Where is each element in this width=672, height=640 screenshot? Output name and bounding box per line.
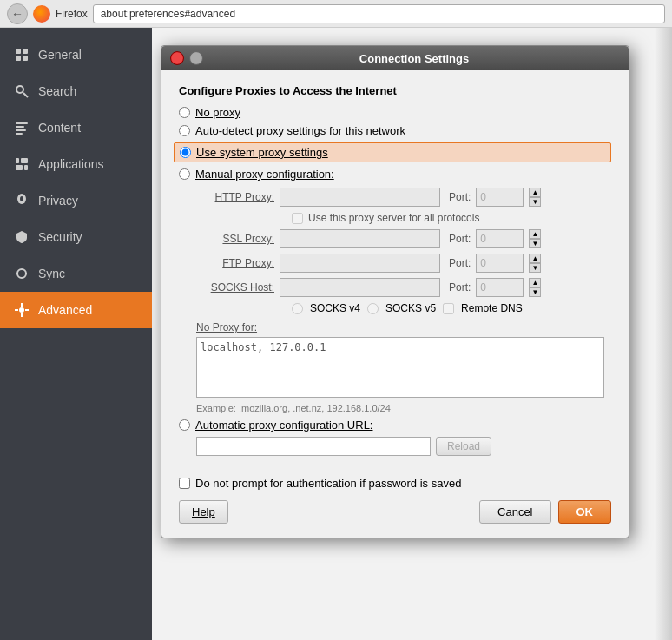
use-same-label[interactable]: Use this proxy server for all protocols — [308, 212, 479, 224]
sidebar-item-label: Search — [38, 84, 76, 98]
svg-rect-2 — [16, 56, 21, 61]
use-same-checkbox[interactable] — [292, 213, 303, 224]
socks-port-label: Port: — [449, 281, 471, 294]
spinner-up[interactable]: ▲ — [529, 188, 541, 197]
proxy-fields: HTTP Proxy: Port: ▲ ▼ Use — [196, 188, 611, 314]
ftp-proxy-row: FTP Proxy: Port: ▲ ▼ — [196, 254, 611, 273]
ftp-port-input[interactable] — [476, 254, 524, 273]
sidebar-item-label: Content — [38, 121, 81, 135]
dialog-close-button[interactable] — [170, 51, 184, 65]
svg-rect-8 — [16, 129, 26, 131]
manual-proxy-radio[interactable] — [179, 168, 190, 180]
address-bar[interactable]: about:preferences#advanced — [93, 4, 665, 23]
grid-icon — [14, 47, 30, 63]
sidebar-item-security[interactable]: Security — [0, 219, 152, 255]
sidebar-item-content[interactable]: Content — [0, 109, 152, 146]
dialog-buttons: Help Cancel OK — [179, 500, 611, 524]
remote-dns-label[interactable]: Remote DNS — [461, 302, 523, 314]
reload-button[interactable]: Reload — [436, 437, 491, 456]
do-not-prompt-row: Do not prompt for authentication if pass… — [179, 477, 611, 490]
svg-rect-10 — [16, 158, 19, 163]
manual-proxy-row: Manual proxy configuration: — [179, 168, 611, 181]
use-system-row: Use system proxy settings — [174, 142, 611, 162]
sidebar-item-applications[interactable]: Applications — [0, 146, 152, 182]
svg-rect-18 — [21, 313, 23, 317]
no-proxy-section: No Proxy for: localhost, 127.0.0.1 Examp… — [196, 321, 611, 413]
ssl-port-spinner[interactable]: ▲ ▼ — [529, 229, 541, 248]
ssl-proxy-row: SSL Proxy: Port: ▲ ▼ — [196, 229, 611, 248]
socks-v5-radio[interactable] — [367, 303, 379, 314]
dialog-section-title: Configure Proxies to Access the Internet — [179, 84, 611, 97]
sidebar-item-label: Sync — [38, 267, 65, 280]
do-not-prompt-label[interactable]: Do not prompt for authentication if pass… — [195, 477, 461, 490]
svg-rect-19 — [15, 309, 18, 311]
socks-options-row: SOCKS v4 SOCKS v5 Remote DNS — [292, 302, 611, 314]
spinner-up[interactable]: ▲ — [529, 229, 541, 239]
do-not-prompt-checkbox[interactable] — [179, 478, 190, 489]
sidebar-item-search[interactable]: Search — [0, 73, 152, 109]
http-proxy-input[interactable] — [280, 188, 440, 207]
auto-detect-radio[interactable] — [179, 125, 190, 136]
socks-v4-radio[interactable] — [292, 303, 303, 314]
svg-rect-6 — [16, 122, 28, 124]
search-icon — [14, 83, 30, 99]
sidebar-item-general[interactable]: General — [0, 36, 152, 73]
spinner-down[interactable]: ▼ — [529, 287, 541, 297]
spinner-down[interactable]: ▼ — [529, 239, 541, 248]
sidebar-item-advanced[interactable]: Advanced — [0, 292, 152, 328]
no-proxy-radio[interactable] — [179, 107, 190, 118]
ssl-port-input[interactable] — [476, 229, 524, 248]
dialog-title: Connection Settings — [208, 52, 620, 65]
svg-rect-1 — [23, 49, 28, 54]
cancel-button[interactable]: Cancel — [479, 500, 550, 524]
socks-host-label: SOCKS Host: — [196, 281, 274, 294]
sidebar-item-privacy[interactable]: Privacy — [0, 182, 152, 219]
ok-button[interactable]: OK — [558, 500, 612, 524]
socks-v4-label[interactable]: SOCKS v4 — [310, 302, 360, 314]
dialog-footer: Do not prompt for authentication if pass… — [161, 470, 629, 538]
use-system-label[interactable]: Use system proxy settings — [196, 146, 328, 159]
auto-proxy-input[interactable] — [196, 437, 431, 456]
spinner-down[interactable]: ▼ — [529, 263, 541, 273]
sidebar-item-label: Privacy — [38, 194, 78, 208]
no-proxy-textarea[interactable]: localhost, 127.0.0.1 — [196, 337, 604, 398]
help-button[interactable]: Help — [179, 500, 228, 524]
ftp-port-label: Port: — [449, 257, 471, 269]
ssl-proxy-input[interactable] — [280, 229, 440, 248]
sync-icon — [14, 266, 30, 281]
spinner-up[interactable]: ▲ — [529, 254, 541, 263]
apps-icon — [14, 156, 30, 172]
auto-detect-label[interactable]: Auto-detect proxy settings for this netw… — [195, 124, 405, 137]
svg-point-4 — [16, 86, 23, 93]
browser-chrome: ← Firefox about:preferences#advanced — [0, 0, 672, 28]
http-port-label: Port: — [449, 191, 471, 203]
browser-label: Firefox — [56, 8, 88, 20]
spinner-down[interactable]: ▼ — [529, 197, 541, 207]
sidebar-item-label: Applications — [38, 157, 104, 171]
use-system-radio[interactable] — [180, 147, 191, 158]
svg-rect-9 — [16, 133, 23, 135]
http-port-spinner[interactable]: ▲ ▼ — [529, 188, 541, 207]
back-button[interactable]: ← — [7, 3, 28, 24]
ftp-port-spinner[interactable]: ▲ ▼ — [529, 254, 541, 273]
sidebar-item-sync[interactable]: Sync — [0, 255, 152, 292]
remote-dns-checkbox[interactable] — [443, 303, 454, 314]
svg-rect-3 — [23, 56, 28, 61]
http-port-input[interactable] — [476, 188, 524, 207]
privacy-icon — [14, 193, 30, 208]
socks-port-spinner[interactable]: ▲ ▼ — [529, 278, 541, 297]
socks-v5-label[interactable]: SOCKS v5 — [385, 302, 436, 314]
auto-url-radio[interactable] — [179, 419, 190, 431]
auto-url-label[interactable]: Automatic proxy configuration URL: — [195, 419, 372, 432]
advanced-icon — [14, 302, 30, 318]
no-proxy-row: No proxy — [179, 106, 611, 119]
dialog-minimize-button[interactable] — [189, 51, 203, 65]
svg-point-15 — [20, 196, 23, 201]
no-proxy-label[interactable]: No proxy — [195, 106, 240, 119]
spinner-up[interactable]: ▲ — [529, 278, 541, 287]
socks-host-input[interactable] — [280, 278, 440, 297]
ftp-proxy-input[interactable] — [280, 254, 440, 273]
manual-proxy-label[interactable]: Manual proxy configuration: — [195, 168, 334, 181]
security-icon — [14, 229, 30, 245]
socks-port-input[interactable] — [476, 278, 524, 297]
